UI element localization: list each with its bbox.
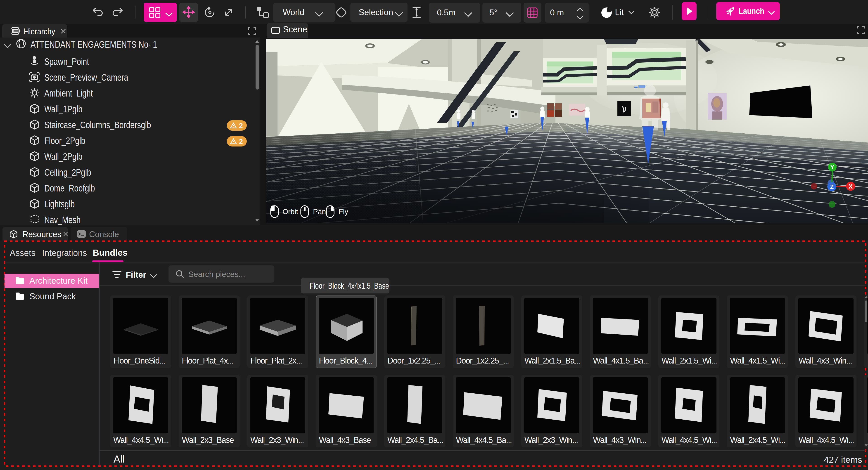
- svg-text:Orbit: Orbit: [282, 208, 298, 216]
- svg-text:Fly: Fly: [339, 208, 348, 216]
- svg-text:Z: Z: [830, 184, 834, 190]
- svg-text:Y: Y: [830, 164, 834, 171]
- svg-text:Pan: Pan: [313, 208, 326, 216]
- svg-text:X: X: [848, 183, 852, 190]
